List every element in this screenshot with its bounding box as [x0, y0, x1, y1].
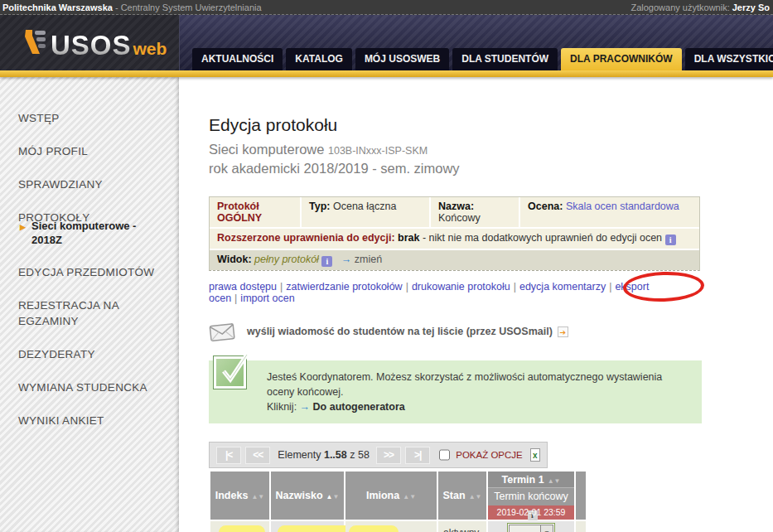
info-icon[interactable]: i — [665, 235, 676, 245]
tab-dla-studentow[interactable]: DLA STUDENTÓW — [452, 48, 558, 70]
last-page-button[interactable]: >| — [405, 447, 430, 464]
system-name: Politechnika Warszawska - Centralny Syst… — [2, 2, 262, 12]
next-page-button[interactable]: >> — [376, 447, 401, 464]
separator: | — [234, 293, 237, 304]
protocol-info-table: Protokół OGÓLNY Typ: Ocena łączna Nazwa:… — [209, 196, 700, 271]
protocol-info-row-3: Widok: pełny protokół i → zmień — [210, 249, 699, 270]
coordinator-notice: Jesteś Koordynatorem. Możesz skorzystać … — [209, 360, 702, 423]
separator: | — [514, 281, 516, 293]
tab-dla-wszystkich[interactable]: DLA WSZYSTKICH — [685, 48, 773, 70]
termin-cell: ▼ — [488, 521, 574, 532]
dropdown-arrow-icon: ▼ — [540, 525, 553, 532]
grade-scale-link[interactable]: Skala ocen standardowa — [566, 201, 679, 212]
autogenerator-line: Kliknij: → Do autogeneratora — [267, 399, 690, 414]
grade-select[interactable]: ▼ — [507, 523, 555, 532]
indeks-cell — [210, 521, 269, 532]
show-options-label[interactable]: POKAŻ OPCJE — [456, 450, 523, 460]
tab-katalog[interactable]: KATALOG — [286, 48, 352, 70]
info-icon[interactable]: i — [321, 256, 332, 267]
logo-text-usos: USOS — [51, 33, 132, 58]
sort-desc-icon[interactable]: ▼ — [258, 493, 264, 501]
sort-desc-icon[interactable]: ▼ — [476, 493, 482, 501]
protocol-info-row-2: Rozszerzone uprawnienia do edycji: brak … — [210, 227, 699, 249]
arrow-icon: → — [300, 401, 311, 413]
course-code: 103B-INxxx-ISP-SKM — [328, 145, 428, 157]
permissions-description: - nikt nie ma dodatkowych uprawnień do e… — [420, 232, 663, 244]
protocol-info-row-1: Protokół OGÓLNY Typ: Ocena łączna Nazwa:… — [210, 197, 699, 227]
typ-cell: Typ: Ocena łączna — [300, 197, 429, 227]
sort-asc-icon[interactable]: ▲ — [548, 477, 554, 485]
sidebar-item-sprawdziany[interactable]: SPRAWDZIANY — [18, 177, 159, 192]
course-name: Sieci komputerowe — [209, 142, 324, 157]
sort-asc-icon[interactable]: ▲ — [403, 493, 409, 501]
checkmark-icon — [213, 355, 247, 389]
sort-asc-icon[interactable]: ▲ — [469, 493, 476, 501]
header-imiona[interactable]: Imiona▲▼ — [345, 472, 437, 520]
elements-total: 58 — [358, 449, 370, 461]
link-drukowanie-protokolu[interactable]: drukowanie protokołu — [412, 281, 510, 293]
sort-desc-icon[interactable]: ▼ — [332, 493, 339, 501]
permissions-label: Rozszerzone uprawnienia do edycji: — [217, 232, 395, 244]
sidebar-item-edycja-przedmiotow[interactable]: EDYCJA PRZEDMIOTÓW — [18, 264, 159, 280]
sidebar-item-rejestracja-egzaminy[interactable]: REJESTRACJA NA EGZAMINY — [18, 297, 159, 329]
termin-koncowy-subtitle: Termin końcowyi — [488, 488, 574, 505]
app-header: USOS web AKTUALNOŚCI KATALOG MÓJ USOSWEB… — [0, 15, 773, 70]
elements-label: Elementy — [278, 449, 321, 461]
arrow-icon: → — [341, 254, 352, 265]
first-page-button[interactable]: |< — [216, 447, 241, 464]
permissions-cell: Rozszerzone uprawnienia do edycji: brak … — [210, 229, 684, 249]
grades-header-row: Indeks▲▼ Nazwisko▲▼ Imiona▲▼ Stan▲▼ Term… — [210, 472, 586, 520]
termin-1-title[interactable]: Termin 1▲▼ — [488, 472, 574, 488]
extra-cell — [576, 521, 586, 532]
course-name-line: Sieci komputerowe 103B-INxxx-ISP-SKM — [209, 141, 773, 160]
export-excel-icon[interactable]: x — [530, 448, 540, 462]
stan-label: Stan — [443, 490, 466, 501]
sidebar-item-wymiana-studencka[interactable]: WYMIANA STUDENCKA — [18, 380, 159, 395]
link-zatwierdzanie-protokolow[interactable]: zatwierdzanie protokołów — [286, 281, 402, 293]
header-termin-1[interactable]: Termin 1▲▼ Termin końcowyi 2019-02-01 23… — [488, 472, 574, 520]
deadline-badge: 2019-02-01 23:59 — [488, 505, 574, 520]
imiona-label: Imiona — [366, 490, 399, 501]
elements-range: Elementy 1..58 z 58 — [278, 449, 370, 461]
tab-moj-usosweb[interactable]: MÓJ USOSWEB — [355, 48, 449, 70]
imiona-cell — [345, 521, 437, 532]
tab-dla-pracownikow[interactable]: DLA PRACOWNIKÓW — [561, 48, 682, 70]
ocena-cell: Ocena: Skala ocen standardowa — [519, 197, 699, 227]
send-mail-row[interactable]: wyślij wiadomość do studentów na tej liś… — [209, 321, 773, 342]
show-options-checkbox[interactable] — [439, 449, 450, 461]
term-line: rok akademicki 2018/2019 - sem. zimowy — [209, 160, 773, 177]
nazwisko-cell — [271, 521, 344, 532]
prev-page-button[interactable]: << — [245, 447, 270, 464]
sidebar-item-wyniki-ankiet[interactable]: WYNIKI ANKIET — [18, 413, 159, 428]
sidebar-item-moj-profil[interactable]: MÓJ PROFIL — [18, 143, 159, 159]
system-subtitle: Centralny System Uwierzytelniania — [121, 2, 262, 12]
sort-desc-icon[interactable]: ▼ — [554, 477, 561, 485]
widok-cell: Widok: pełny protokół i → zmień — [210, 250, 389, 270]
pagination-bar: |< << Elementy 1..58 z 58 >> >| POKAŻ OP… — [209, 442, 548, 468]
link-import-ocen[interactable]: import ocen — [240, 293, 294, 304]
header-next-column-partial — [576, 472, 586, 520]
permissions-value: brak — [398, 232, 419, 244]
header-stan[interactable]: Stan▲▼ — [438, 472, 486, 520]
header-indeks[interactable]: Indeks▲▼ — [210, 472, 269, 520]
main-content: Edycja protokołu Sieci komputerowe 103B-… — [179, 77, 773, 532]
sort-desc-icon[interactable]: ▼ — [409, 493, 416, 501]
grades-table: Indeks▲▼ Nazwisko▲▼ Imiona▲▼ Stan▲▼ Term… — [209, 470, 587, 532]
tab-aktualnosci[interactable]: AKTUALNOŚCI — [192, 48, 283, 70]
header-nazwisko[interactable]: Nazwisko▲▼ — [271, 472, 344, 520]
page-title: Edycja protokołu — [209, 115, 773, 135]
ocena-label: Ocena: — [528, 201, 563, 212]
link-prawa-dostepu[interactable]: prawa dostępu — [209, 281, 277, 293]
sidebar-item-active-protocol[interactable]: ▶ Sieci komputerowe - 2018Z — [18, 219, 157, 247]
page-title-block: Edycja protokołu Sieci komputerowe 103B-… — [209, 115, 773, 177]
link-edycja-komentarzy[interactable]: edycja komentarzy — [519, 281, 606, 293]
sidebar-item-dezyderaty[interactable]: DEZYDERATY — [18, 346, 159, 362]
logged-user: Zalogowany użytkownik: Jerzy So — [630, 2, 770, 12]
autogenerator-link[interactable]: Do autogeneratora — [313, 401, 405, 413]
logo-area[interactable]: USOS web — [0, 15, 180, 70]
orange-arrow-icon[interactable]: ➔ — [558, 326, 568, 337]
change-view-link[interactable]: zmień — [355, 254, 382, 265]
table-row: aktywny ▼ — [210, 521, 586, 532]
protocol-value: OGÓLNY — [217, 212, 262, 224]
sidebar-item-wstep[interactable]: WSTĘP — [18, 110, 159, 126]
